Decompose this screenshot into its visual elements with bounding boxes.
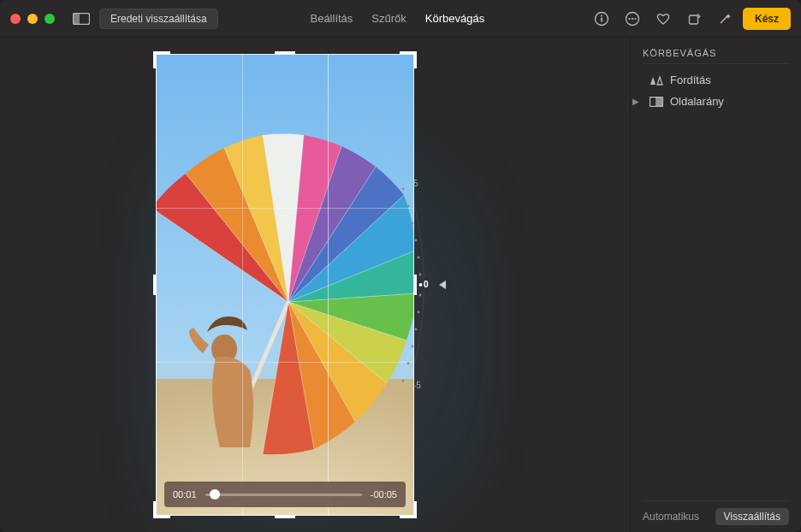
restore-original-button[interactable]: Eredeti visszaállítása [99,9,218,29]
crop-border [156,54,414,516]
photos-edit-window: Eredeti visszaállítása Beállítás Szűrők … [0,0,801,532]
crop-handle-left[interactable] [153,275,156,295]
crop-frame[interactable]: 00:01 -00:05 [156,54,414,516]
reset-button[interactable]: Visszaállítás [715,508,789,525]
auto-button[interactable]: Automatikus [643,511,699,523]
dial-indicator-icon [439,281,446,289]
svg-rect-1 [74,14,80,24]
sidebar-toggle-icon[interactable] [70,9,92,28]
svg-point-36 [419,294,422,297]
minimize-window-button[interactable] [27,14,38,24]
dial-label-upper: 5 [413,179,418,188]
svg-point-29 [402,188,405,191]
window-controls [10,14,55,24]
playback-elapsed: 00:01 [173,489,197,499]
svg-rect-9 [689,15,697,24]
crop-handle-top[interactable] [275,51,295,54]
rotate-icon[interactable] [681,8,707,30]
done-button-label: Kész [755,13,779,25]
aspect-ratio-icon [650,97,663,107]
svg-rect-43 [656,97,663,106]
sidebar-item-label: Oldalarány [670,95,724,108]
svg-point-30 [407,205,410,208]
dial-label-lower: -5 [413,381,421,390]
zoom-window-button[interactable] [44,14,55,24]
svg-point-38 [415,328,418,331]
close-window-button[interactable] [10,14,21,24]
svg-point-37 [418,311,420,314]
main-area: 00:01 -00:05 [0,38,801,532]
favorite-heart-icon[interactable] [650,8,676,30]
svg-point-33 [418,257,420,259]
svg-point-8 [634,17,636,19]
info-icon[interactable] [589,8,614,30]
edit-mode-tabs: Beállítás Szűrők Körbevágás [308,9,486,27]
svg-rect-4 [601,17,602,21]
crop-handle-top-right[interactable] [400,51,417,68]
flip-icon [650,74,663,86]
tab-crop[interactable]: Körbevágás [424,9,486,27]
restore-original-label: Eredeti visszaállítása [110,13,207,25]
svg-point-41 [402,380,405,382]
titlebar-right-icons: Kész [589,8,791,30]
svg-point-32 [415,239,418,242]
playback-remaining: -00:05 [371,489,397,499]
sidebar-item-aspect[interactable]: ▶ Oldalarány [643,91,789,112]
chevron-right-icon: ▶ [632,97,641,106]
spacer [632,75,641,85]
more-icon[interactable] [620,8,645,30]
crop-handle-top-left[interactable] [153,51,170,68]
svg-point-3 [601,15,602,16]
sidebar-footer: Automatikus Visszaállítás [643,500,789,525]
tab-filters[interactable]: Szűrők [370,9,407,27]
svg-point-40 [407,363,410,365]
titlebar: Eredeti visszaállítása Beállítás Szűrők … [0,0,801,38]
svg-point-7 [632,17,633,19]
crop-handle-bottom[interactable] [275,516,295,518]
enhance-wand-icon[interactable] [712,8,738,30]
dial-label-center: 0 [424,280,429,289]
crop-sidebar: KÖRBEVÁGÁS Fordítás ▶ Oldalarány [630,38,801,532]
video-scrubber[interactable]: 00:01 -00:05 [164,482,406,507]
straighten-dial[interactable]: 5 0 -5 [396,174,465,396]
sidebar-item-flip[interactable]: Fordítás [643,69,789,91]
done-button[interactable]: Kész [743,8,791,30]
sidebar-item-label: Fordítás [670,74,711,86]
canvas-area: 00:01 -00:05 [0,38,630,532]
svg-point-31 [412,222,414,225]
scrubber-knob[interactable] [210,489,220,499]
scrubber-track[interactable] [205,494,362,496]
svg-point-6 [628,17,630,19]
svg-point-35 [419,283,423,287]
svg-point-34 [419,274,422,276]
tab-adjust[interactable]: Beállítás [308,9,354,27]
sidebar-title: KÖRBEVÁGÁS [643,46,789,64]
svg-point-39 [412,346,414,348]
